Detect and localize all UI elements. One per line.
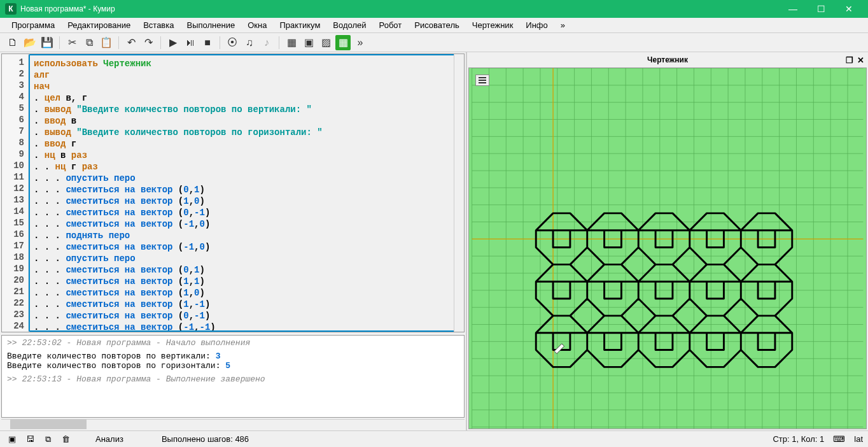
actor-1-icon[interactable]: ⦿ [225,35,240,50]
close-button[interactable]: ✕ [835,0,863,18]
canvas-restore-icon[interactable]: ❐ [846,55,853,65]
console-line-1: Введите количество повторов по вертикали… [7,351,459,361]
maximize-button[interactable]: ☐ [807,0,835,18]
paste-icon[interactable]: 📋 [99,35,114,50]
step-icon[interactable]: ⏯ [183,35,198,50]
menu-item[interactable]: Выполнение [180,18,241,32]
open-file-icon[interactable]: 📂 [22,35,38,50]
panel-3-icon[interactable]: ▨ [318,35,333,50]
run-icon[interactable]: ▶ [165,35,181,50]
stop-icon[interactable]: ■ [200,35,215,50]
toolbar: 🗋 📂 💾 ✂ ⧉ 📋 ↶ ↷ ▶ ⏯ ■ ⦿ ♫ ♪ ▦ ▣ ▨ ▦ » [0,33,868,52]
code-area[interactable]: использовать Чертежникалгнач. цел в, г. … [29,54,464,332]
console[interactable]: >> 22:53:02 - Новая программа - Начало в… [1,335,465,418]
toolbar-overflow-icon[interactable]: » [353,35,368,50]
new-file-icon[interactable]: 🗋 [5,35,20,50]
menu-item[interactable]: Робот [373,18,409,32]
panel-2-icon[interactable]: ▣ [301,35,316,50]
redo-icon[interactable]: ↷ [141,35,156,50]
console-line-2: Введите количество повторов по горизонта… [7,361,459,371]
menu-item[interactable]: Чертежник [466,18,520,32]
statusbar: ▣ 🖫 ⧉ 🗑 Анализ Выполнено шагов: 486 Стр:… [0,430,868,447]
status-cursor-pos: Стр: 1, Кол: 1 [773,434,824,444]
status-analysis: Анализ [95,434,123,444]
cut-icon[interactable]: ✂ [64,35,80,50]
minimize-button[interactable]: — [779,0,807,18]
menu-item[interactable]: » [554,18,571,32]
status-lang[interactable]: lat [854,434,863,444]
menu-item[interactable]: Редактирование [61,18,137,32]
menu-item[interactable]: Практикум [273,18,326,32]
canvas-menu-icon[interactable] [475,74,489,86]
app-icon: К [5,3,17,15]
status-keyboard-icon[interactable]: ⌨ [833,434,845,444]
save-file-icon[interactable]: 💾 [39,35,55,50]
menu-item[interactable]: Водолей [326,18,372,32]
undo-icon[interactable]: ↶ [123,35,139,50]
panel-1-icon[interactable]: ▦ [284,35,299,50]
menu-item[interactable]: Окна [241,18,273,32]
menu-item[interactable]: Вставка [137,18,180,32]
console-start-ts: >> 22:53:02 - Новая программа - Начало в… [7,338,459,348]
titlebar: К Новая программа* - Кумир — ☐ ✕ [0,0,868,18]
line-number-gutter: 123456789101112131415161718192021222324 [2,54,29,332]
actor-3-icon[interactable]: ♪ [259,35,274,50]
copy-icon[interactable]: ⧉ [81,35,97,50]
menu-item[interactable]: Инфо [519,18,554,32]
menu-item[interactable]: Программа [5,18,61,32]
window-title: Новая программа* - Кумир [20,4,779,13]
status-save-icon[interactable]: 🖫 [23,433,37,446]
drawing-svg [469,68,866,429]
menubar: ПрограммаРедактированиеВставкаВыполнение… [0,18,868,33]
status-delete-icon[interactable]: 🗑 [59,433,73,446]
horizontal-scrollbar[interactable] [1,419,465,429]
status-steps: Выполнено шагов: 486 [162,434,249,444]
drawing-canvas[interactable] [468,67,867,429]
editor-scrollbar[interactable] [454,54,464,332]
panel-4-icon[interactable]: ▦ [335,35,351,50]
actor-2-icon[interactable]: ♫ [242,35,257,50]
code-editor[interactable]: 123456789101112131415161718192021222324 … [1,53,465,332]
console-end-ts: >> 22:53:13 - Новая программа - Выполнен… [7,374,459,384]
status-copy-icon[interactable]: ⧉ [41,433,55,446]
canvas-title: Чертежник [647,55,688,64]
status-console-icon[interactable]: ▣ [5,433,19,446]
canvas-title-bar: Чертежник ❐ ✕ [468,53,867,66]
menu-item[interactable]: Рисователь [408,18,465,32]
canvas-close-icon[interactable]: ✕ [857,55,864,65]
